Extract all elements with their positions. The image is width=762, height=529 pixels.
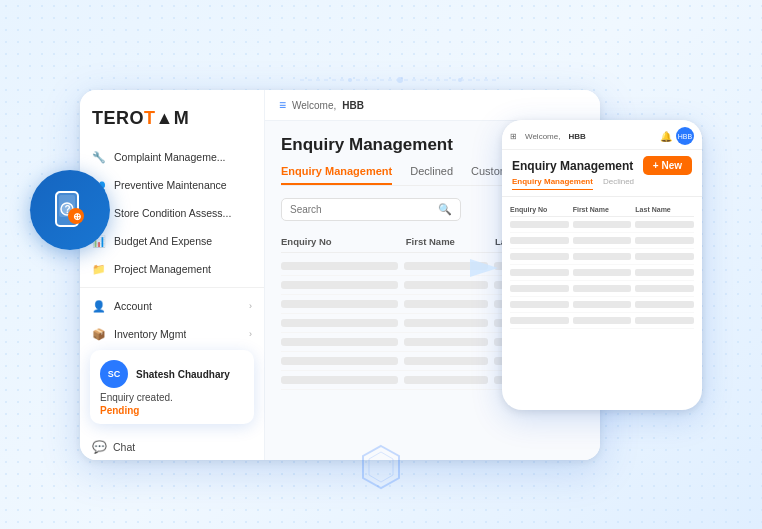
s-td (635, 285, 694, 292)
s-col-last: Last Name (635, 206, 694, 213)
s-table-row (510, 313, 694, 329)
logo-tero: TERO (92, 108, 144, 128)
sidebar-item-budget[interactable]: 📊 Budget And Expense (80, 227, 264, 255)
sidebar-label-inventory: Inventory Mgmt (114, 328, 186, 340)
sidebar-label-budget: Budget And Expense (114, 235, 212, 247)
logo-t: T (144, 108, 156, 128)
second-screen-tabs: Enquiry Management Declined (502, 177, 702, 197)
svg-point-10 (397, 77, 403, 83)
account-icon: 👤 (92, 299, 106, 313)
td (281, 262, 398, 270)
search-bar: 🔍 (281, 198, 461, 221)
notif-message: Enquiry created. (100, 392, 244, 403)
second-screen-title: Enquiry Management (512, 159, 643, 173)
col-first-name: First Name (406, 236, 495, 247)
deco-lines-top (300, 50, 500, 110)
notification-card: SC Shatesh Chaudhary Enquiry created. Pe… (90, 350, 254, 424)
new-button[interactable]: + New (643, 156, 692, 175)
s-td (510, 269, 569, 276)
s-td (635, 317, 694, 324)
td (281, 338, 398, 346)
notif-username: Shatesh Chaudhary (136, 369, 230, 380)
s-td (573, 301, 632, 308)
s-td (635, 301, 694, 308)
s-td (573, 285, 632, 292)
tab-enquiry-management[interactable]: Enquiry Management (281, 165, 392, 185)
second-tab-enquiry[interactable]: Enquiry Management (512, 177, 593, 190)
sidebar-item-project[interactable]: 📁 Project Management (80, 255, 264, 283)
s-td (573, 221, 632, 228)
folder-icon: 📁 (92, 262, 106, 276)
td (404, 376, 488, 384)
phone-question-icon: ? ⊕ (48, 188, 92, 232)
logo-area: TEROT▲M (80, 100, 264, 143)
sidebar-item-chat[interactable]: 💬 Chat (80, 434, 264, 460)
sidebar-label-project: Project Management (114, 263, 211, 275)
s-td (573, 253, 632, 260)
second-avatar: HBB (676, 127, 694, 145)
s-td (573, 269, 632, 276)
td (404, 357, 488, 365)
blue-circle-icon: ? ⊕ (30, 170, 110, 250)
s-table-row (510, 249, 694, 265)
s-td (510, 221, 569, 228)
s-td (573, 237, 632, 244)
logo-am: ▲M (156, 108, 190, 128)
s-table-row (510, 233, 694, 249)
second-screen-content: Enquiry No First Name Last Name (502, 197, 702, 410)
svg-text:⊕: ⊕ (73, 211, 81, 222)
second-table-header: Enquiry No First Name Last Name (510, 203, 694, 217)
sidebar-item-preventive[interactable]: 👥 Preventive Maintenance (80, 171, 264, 199)
notif-avatar: SC (100, 360, 128, 388)
td (281, 319, 398, 327)
svg-point-12 (458, 78, 462, 82)
second-table-rows (510, 217, 694, 329)
svg-marker-8 (369, 452, 393, 482)
s-col-enquiry: Enquiry No (510, 206, 569, 213)
notif-status: Pending (100, 405, 244, 416)
td (281, 357, 398, 365)
chevron-account-icon: › (249, 301, 252, 311)
second-welcome-label: ⊞ (510, 132, 517, 141)
s-td (635, 253, 694, 260)
wrench-icon: 🔧 (92, 150, 106, 164)
td (404, 300, 488, 308)
col-enquiry-no: Enquiry No (281, 236, 406, 247)
tab-declined[interactable]: Declined (410, 165, 453, 185)
menu-icon: ≡ (279, 98, 286, 112)
s-td (635, 269, 694, 276)
second-screen: ⊞ Welcome, HBB 🔔 HBB Enquiry Management … (502, 120, 702, 410)
s-td (635, 237, 694, 244)
nav-divider-1 (80, 287, 264, 288)
s-td (573, 317, 632, 324)
sidebar-item-inventory[interactable]: 📦 Inventory Mgmt › (80, 320, 264, 348)
s-td (510, 285, 569, 292)
td (281, 376, 398, 384)
sidebar-label-chat: Chat (113, 441, 135, 453)
second-tab-declined[interactable]: Declined (603, 177, 634, 190)
inventory-icon: 📦 (92, 327, 106, 341)
sidebar-item-account[interactable]: 👤 Account › (80, 292, 264, 320)
s-table-row (510, 217, 694, 233)
second-screen-topbar: ⊞ Welcome, HBB 🔔 HBB (502, 120, 702, 150)
td (281, 300, 398, 308)
s-col-first: First Name (573, 206, 632, 213)
s-td (510, 237, 569, 244)
s-td (635, 221, 694, 228)
s-table-row (510, 281, 694, 297)
sidebar-label-store: Store Condition Assess... (114, 207, 231, 219)
svg-point-11 (348, 78, 352, 82)
chat-icon: 💬 (92, 440, 107, 454)
sidebar-label-preventive: Preventive Maintenance (114, 179, 227, 191)
s-td (510, 301, 569, 308)
s-table-row (510, 297, 694, 313)
second-welcome-text: Welcome, (525, 132, 560, 141)
sidebar-label-complaint: Complaint Manageme... (114, 151, 225, 163)
s-td (510, 317, 569, 324)
sidebar: TEROT▲M 🔧 Complaint Manageme... 👥 Preven… (80, 90, 265, 460)
sidebar-item-complaint[interactable]: 🔧 Complaint Manageme... (80, 143, 264, 171)
second-welcome-name: HBB (568, 132, 585, 141)
bell-icon: 🔔 (660, 131, 672, 142)
s-table-row (510, 265, 694, 281)
search-input[interactable] (290, 204, 434, 215)
